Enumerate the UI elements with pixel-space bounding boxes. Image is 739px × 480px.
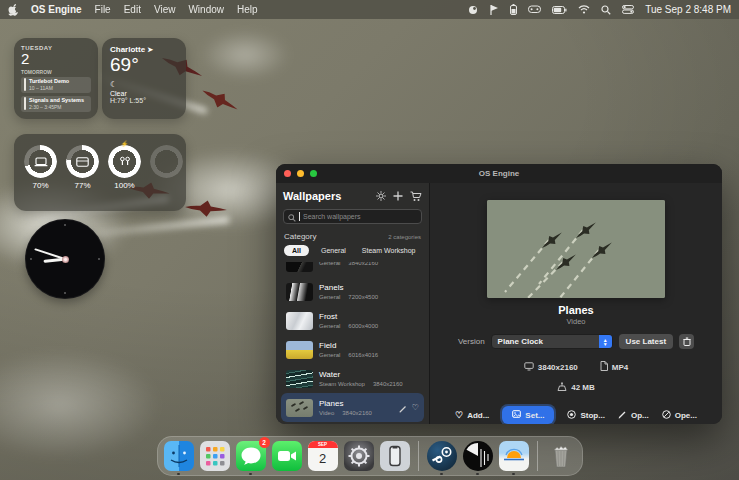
desktop[interactable]: OS Engine File Edit View Window Help Tue… (0, 0, 739, 480)
calendar-event[interactable]: Signals and Systems 2:30 – 3:45PM (21, 96, 91, 112)
dock-calendar-day: 2 (319, 448, 326, 469)
version-label: Version (458, 337, 485, 346)
wallpaper-category: General (319, 351, 340, 359)
location-arrow-icon: ➤ (147, 46, 153, 53)
add-wallpaper-icon[interactable] (393, 191, 403, 201)
weather-temperature: 69° (110, 54, 178, 76)
version-value: Plane Clock (492, 337, 599, 346)
dock-steam[interactable] (427, 441, 457, 471)
menu-app-name[interactable]: OS Engine (31, 4, 82, 15)
edit-pencil-icon[interactable] (399, 399, 407, 417)
stop-button[interactable]: Stop... (567, 410, 604, 421)
moon-icon: ☾ (110, 81, 178, 89)
wallpaper-row-selected[interactable]: Planes Video3840x2160 ♡ (281, 393, 424, 422)
menu-file[interactable]: File (95, 4, 111, 15)
use-latest-button[interactable]: Use Latest (619, 334, 673, 349)
calendar-event[interactable]: Turtlebot Demo 10 – 11AM (21, 77, 91, 93)
wallpaper-resolution: 6000x4000 (348, 322, 378, 330)
status-device-battery-icon[interactable] (510, 4, 517, 15)
dock-weather-app[interactable] (499, 441, 529, 471)
workshop-cart-icon[interactable] (410, 191, 422, 202)
calendar-widget[interactable]: TUESDAY 2 TOMORROW Turtlebot Demo 10 – 1… (14, 38, 98, 119)
menubar-clock[interactable]: Tue Sep 2 8:48 PM (645, 4, 731, 15)
menu-edit[interactable]: Edit (124, 4, 141, 15)
wallpaper-row[interactable]: General3840x2160 (281, 262, 424, 277)
size-scale-icon (557, 382, 567, 393)
status-circle-icon[interactable] (468, 5, 478, 15)
battery-widget[interactable]: 70% 77% ⚡ 100% (14, 134, 186, 211)
dock-separator (537, 441, 538, 471)
dock-launchpad[interactable] (200, 441, 230, 471)
status-flag-icon[interactable] (489, 5, 499, 15)
delete-version-button[interactable] (679, 334, 694, 349)
wallpaper-row[interactable]: Water Steam Workshop3840x2160 (281, 364, 424, 393)
wallpaper-row[interactable]: Frost General6000x4000 (281, 306, 424, 335)
menu-help[interactable]: Help (237, 4, 258, 15)
filter-general[interactable]: General (317, 245, 350, 256)
wallpaper-row[interactable]: Field General6016x4016 (281, 335, 424, 364)
detail-title: Planes (558, 304, 593, 316)
dock-trash[interactable] (546, 441, 576, 471)
open-button[interactable]: Ope... (662, 410, 697, 421)
version-dropdown[interactable]: Plane Clock ▲▼ (491, 334, 613, 349)
set-button[interactable]: Set... (502, 406, 554, 424)
category-label: Category (284, 232, 316, 241)
menu-view[interactable]: View (154, 4, 176, 15)
filter-steam-workshop[interactable]: Steam Workshop (358, 245, 420, 256)
status-controller-icon[interactable] (528, 5, 541, 14)
battery-percent: 100% (108, 181, 141, 190)
window-titlebar[interactable]: OS Engine (276, 164, 722, 183)
dock-iphone-mirroring[interactable] (380, 441, 410, 471)
wallpaper-row[interactable]: Panels General7200x4500 (281, 277, 424, 306)
dock-calendar[interactable]: SEP 2 (308, 441, 338, 471)
clock-center-pin (62, 256, 69, 263)
weather-widget[interactable]: Charlotte ➤ 69° ☾ Clear H:79° L:55° (102, 38, 186, 119)
slash-circle-icon (662, 410, 671, 421)
display-icon (524, 362, 534, 373)
control-center-icon[interactable] (622, 5, 634, 14)
trackpad-icon (66, 145, 99, 178)
wallpaper-name: Frost (319, 312, 378, 322)
category-filter-bar: All General Steam Workshop Video (284, 245, 421, 256)
filter-all[interactable]: All (284, 245, 309, 256)
wallpaper-thumbnail (286, 312, 313, 330)
dock-os-engine[interactable] (463, 441, 493, 471)
event-time: 10 – 11AM (29, 85, 69, 91)
detail-format: MP4 (612, 363, 628, 372)
running-indicator (476, 473, 479, 476)
add-button[interactable]: ♡ Add... (455, 410, 489, 420)
menu-bar: OS Engine File Edit View Window Help Tue… (0, 0, 739, 19)
wallpaper-resolution: 3840x2160 (342, 409, 372, 417)
messages-badge: 2 (259, 437, 270, 448)
heart-icon: ♡ (455, 410, 463, 420)
running-indicator (177, 473, 180, 476)
weather-high-low: H:79° L:55° (110, 97, 178, 104)
search-input[interactable]: Search wallpapers (283, 209, 422, 224)
detail-subtitle: Video (566, 317, 585, 326)
dock-finder[interactable] (164, 441, 194, 471)
search-icon[interactable] (601, 5, 611, 15)
status-battery-icon[interactable] (552, 6, 567, 14)
clock-widget[interactable] (25, 219, 105, 299)
apple-menu-icon[interactable] (8, 4, 18, 16)
dock: 2 SEP 2 (157, 436, 583, 476)
wallpaper-category: General (319, 293, 340, 301)
settings-gear-icon[interactable] (376, 191, 386, 201)
wallpaper-category: General (319, 262, 340, 267)
wallpaper-preview[interactable] (487, 200, 665, 298)
event-title: Turtlebot Demo (29, 78, 69, 85)
dock-facetime[interactable] (272, 441, 302, 471)
wifi-icon[interactable] (578, 5, 590, 14)
event-color-bar (24, 78, 26, 91)
sidebar-title: Wallpapers (283, 190, 341, 202)
battery-percent: 70% (24, 181, 57, 190)
dock-settings[interactable] (344, 441, 374, 471)
weather-city: Charlotte (110, 45, 145, 54)
battery-airpods: ⚡ 100% (108, 145, 141, 205)
event-title: Signals and Systems (29, 97, 84, 104)
battery-trackpad: 77% (66, 145, 99, 205)
open-editor-button[interactable]: Op... (618, 410, 649, 421)
dock-messages[interactable]: 2 (236, 441, 266, 471)
menu-window[interactable]: Window (188, 4, 224, 15)
favorite-heart-icon[interactable]: ♡ (412, 403, 419, 412)
